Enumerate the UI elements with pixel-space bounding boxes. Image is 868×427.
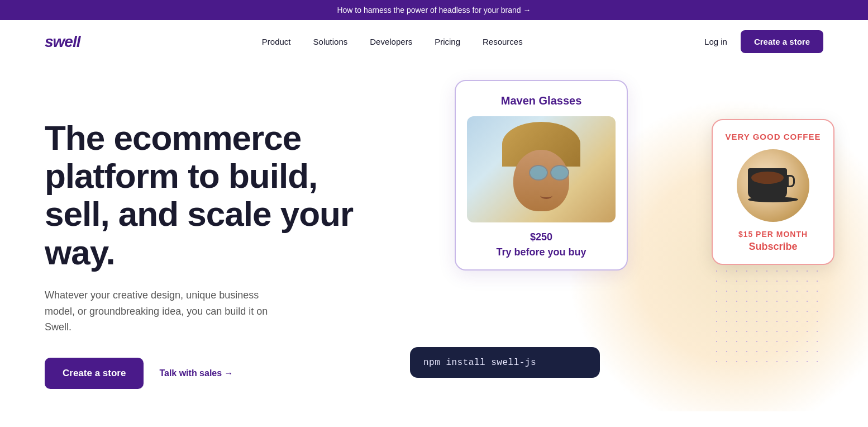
coffee-card-price: $15 PER MONTH [722,230,824,239]
maven-glasses-card: Maven Glasses $250 Try before you buy [455,80,628,271]
login-link[interactable]: Log in [704,37,727,46]
hero-visual: Maven Glasses $250 Try before you buy [410,63,868,411]
coffee-card-action: Subscribe [722,241,824,253]
hero-sales-link[interactable]: Talk with sales → [159,368,233,378]
coffee-cup-shape [748,168,787,199]
smile-shape [540,192,552,199]
hero-subtitle: Whatever your creative design, unique bu… [45,287,290,335]
top-banner[interactable]: How to harness the power of headless for… [0,0,868,20]
maven-card-price: $250 [467,231,616,243]
product-image-illustration [502,122,580,217]
sunglasses-shape [529,165,569,181]
hero-content: The ecommerce platform to build, sell, a… [45,97,357,389]
hero-actions: Create a store Talk with sales → [45,358,357,389]
lens-left [529,165,548,181]
navbar: swell Product Solutions Developers Prici… [0,20,868,63]
npm-command-card: npm install swell-js [410,347,600,378]
nav-create-store-button[interactable]: Create a store [741,30,823,53]
maven-card-image [467,116,616,222]
face-shape [513,150,569,211]
npm-command-text: npm install swell-js [423,358,536,368]
coffee-card: VERY GOOD COFFEE $15 PER MONTH Subscribe [712,119,834,265]
hat-shape [502,122,580,167]
background-blob [566,98,868,411]
banner-text: How to harness the power of headless for… [337,6,531,15]
coffee-card-title: VERY GOOD COFFEE [722,131,824,143]
nav-links: Product Solutions Developers Pricing Res… [262,37,523,47]
nav-item-product[interactable]: Product [262,37,291,47]
nav-actions: Log in Create a store [704,30,823,53]
hero-title: The ecommerce platform to build, sell, a… [45,119,357,272]
maven-card-action: Try before you buy [467,246,616,258]
coffee-handle-shape [787,175,795,187]
coffee-saucer-shape [748,197,798,202]
hero-section: The ecommerce platform to build, sell, a… [0,63,868,411]
nav-item-pricing[interactable]: Pricing [435,37,460,47]
nav-item-solutions[interactable]: Solutions [313,37,348,47]
coffee-card-image [737,149,809,222]
logo[interactable]: swell [45,33,80,51]
nav-item-resources[interactable]: Resources [483,37,523,47]
lens-right [550,165,569,181]
nav-item-developers[interactable]: Developers [370,37,412,47]
dot-pattern [712,266,823,367]
hero-create-store-button[interactable]: Create a store [45,358,144,389]
maven-card-title: Maven Glasses [467,94,616,107]
